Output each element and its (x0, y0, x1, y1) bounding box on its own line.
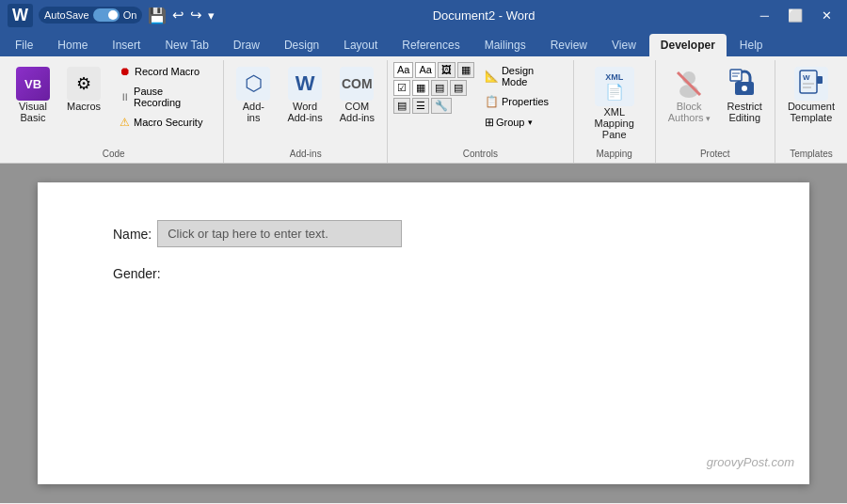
tab-references[interactable]: References (391, 34, 471, 56)
tab-bar: File Home Insert New Tab Draw Design Lay… (0, 30, 847, 56)
tab-developer[interactable]: Developer (649, 34, 727, 56)
design-mode-button[interactable]: 📐 Design Mode (480, 62, 567, 90)
autosave-toggle[interactable] (93, 8, 120, 22)
ctrl-img-2[interactable]: ▦ (457, 62, 474, 78)
code-small-buttons: ⏺ Record Macro ⏸ Pause Recording ⚠ Macro… (115, 62, 217, 132)
ribbon-group-protect: BlockAuthors▾ RestrictEditing Protect (656, 60, 775, 163)
add-ins-group-content: ⬡ Add-ins W WordAdd-ins COM COMAdd-ins (230, 62, 381, 145)
code-group-label: Code (103, 149, 125, 161)
gender-label: Gender: (113, 266, 161, 281)
ribbon-group-templates: W DocumentTemplate Templates (775, 60, 847, 163)
ctrl-misc-3[interactable]: 🔧 (431, 98, 452, 114)
svg-line-2 (678, 72, 700, 95)
svg-rect-5 (730, 70, 742, 81)
visual-basic-label: VisualBasic (19, 101, 47, 123)
mapping-group-label: Mapping (597, 149, 632, 161)
com-add-ins-icon: COM (340, 67, 374, 101)
visual-basic-button[interactable]: VB VisualBasic (9, 62, 56, 128)
controls-group-content: Aa Aa 🖼 ▦ ☑ ▦ ▤ ▤ ▤ ☰ 🔧 (393, 62, 567, 145)
controls-buttons: 📐 Design Mode 📋 Properties ⊞ Group ▾ (480, 62, 567, 132)
restore-button[interactable]: ⬜ (780, 5, 810, 26)
record-macro-label: Record Macro (135, 66, 200, 77)
group-button[interactable]: ⊞ Group ▾ (480, 113, 567, 132)
tab-help[interactable]: Help (728, 34, 775, 56)
title-bar-right: ─ ⬜ ✕ (753, 5, 839, 26)
tab-view[interactable]: View (600, 34, 647, 56)
title-bar: W AutoSave On 💾 ↩ ↪ ▾ Document2 - Word ─… (0, 0, 847, 30)
ctrl-check-1[interactable]: ☑ (393, 80, 410, 96)
properties-button[interactable]: 📋 Properties (480, 92, 567, 111)
xml-mapping-button[interactable]: XML 📄 XML MappingPane (580, 62, 649, 145)
svg-rect-7 (817, 76, 823, 84)
group-icon: ⊞ (485, 116, 494, 129)
block-authors-button[interactable]: BlockAuthors▾ (662, 62, 717, 128)
macros-button[interactable]: ⚙ Macros (60, 62, 107, 117)
app-title: Document2 - Word (215, 8, 752, 23)
close-button[interactable]: ✕ (814, 5, 839, 26)
ctrl-aa-1[interactable]: Aa (393, 62, 413, 78)
tab-draw[interactable]: Draw (222, 34, 271, 56)
undo-icon[interactable]: ↩ (172, 7, 184, 24)
ribbon-group-code: VB VisualBasic ⚙ Macros ⏺ Record Macro ⏸… (4, 60, 224, 163)
tab-insert[interactable]: Insert (101, 34, 152, 56)
word-add-ins-button[interactable]: W WordAdd-ins (280, 62, 328, 128)
ribbon-group-controls: Aa Aa 🖼 ▦ ☑ ▦ ▤ ▤ ▤ ☰ 🔧 (388, 60, 574, 163)
protect-group-content: BlockAuthors▾ RestrictEditing (662, 62, 769, 145)
tab-file[interactable]: File (4, 34, 44, 56)
svg-text:W: W (803, 73, 810, 82)
ribbon: VB VisualBasic ⚙ Macros ⏺ Record Macro ⏸… (0, 56, 847, 164)
warning-icon: ⚠ (120, 116, 130, 129)
ctrl-img-1[interactable]: 🖼 (438, 62, 455, 78)
properties-label: Properties (502, 96, 549, 107)
tab-home[interactable]: Home (46, 34, 99, 56)
title-bar-left: W AutoSave On 💾 ↩ ↪ ▾ (8, 4, 215, 27)
word-add-ins-icon: W (288, 67, 322, 101)
ctrl-misc-2[interactable]: ☰ (412, 98, 429, 114)
tab-layout[interactable]: Layout (332, 34, 389, 56)
ctrl-check-2[interactable]: ▦ (412, 80, 429, 96)
ctrl-check-3[interactable]: ▤ (431, 80, 448, 96)
ctrl-check-4[interactable]: ▤ (450, 80, 467, 96)
record-icon: ⏺ (120, 65, 131, 78)
pause-recording-button[interactable]: ⏸ Pause Recording (115, 83, 217, 111)
tab-review[interactable]: Review (539, 34, 599, 56)
tab-newtab[interactable]: New Tab (153, 34, 219, 56)
restrict-editing-button[interactable]: RestrictEditing (721, 62, 769, 128)
tab-design[interactable]: Design (273, 34, 330, 56)
design-mode-label: Design Mode (502, 65, 563, 87)
templates-group-content: W DocumentTemplate (781, 62, 841, 145)
document-template-button[interactable]: W DocumentTemplate (781, 62, 841, 128)
save-icon[interactable]: 💾 (148, 7, 167, 24)
group-label: Group (496, 117, 525, 128)
word-logo-icon: W (8, 4, 33, 27)
toggle-circle (108, 10, 118, 20)
visual-basic-icon: VB (16, 67, 50, 101)
name-input-field[interactable]: Click or tap here to enter text. (157, 220, 402, 247)
name-row: Name: Click or tap here to enter text. (113, 220, 734, 247)
add-ins-group-label: Add-ins (290, 149, 322, 161)
minimize-button[interactable]: ─ (753, 5, 776, 26)
xml-mapping-icon: XML 📄 (595, 67, 634, 106)
add-ins-icon: ⬡ (236, 67, 270, 101)
com-add-ins-label: COMAdd-ins (340, 101, 375, 123)
tab-mailings[interactable]: Mailings (473, 34, 537, 56)
com-add-ins-button[interactable]: COM COMAdd-ins (333, 62, 381, 128)
add-ins-button[interactable]: ⬡ Add-ins (230, 62, 277, 128)
autosave-badge[interactable]: AutoSave On (39, 7, 142, 24)
ribbon-group-mapping: XML 📄 XML MappingPane Mapping (574, 60, 656, 163)
pause-recording-label: Pause Recording (134, 86, 213, 108)
record-macro-button[interactable]: ⏺ Record Macro (115, 62, 217, 81)
code-group-content: VB VisualBasic ⚙ Macros ⏺ Record Macro ⏸… (9, 62, 217, 145)
name-placeholder: Click or tap here to enter text. (168, 227, 328, 241)
macros-icon: ⚙ (67, 67, 101, 101)
ctrl-aa-2[interactable]: Aa (415, 62, 435, 78)
redo-icon[interactable]: ↪ (190, 7, 202, 24)
name-label: Name: (113, 227, 152, 242)
document-area: Name: Click or tap here to enter text. G… (0, 164, 847, 503)
ctrl-misc-1[interactable]: ▤ (393, 98, 410, 114)
customize-icon[interactable]: ▾ (208, 8, 215, 23)
macro-security-button[interactable]: ⚠ Macro Security (115, 113, 217, 132)
document-template-icon: W (794, 67, 828, 101)
mapping-group-content: XML 📄 XML MappingPane (580, 62, 649, 145)
pause-icon: ⏸ (120, 91, 130, 102)
